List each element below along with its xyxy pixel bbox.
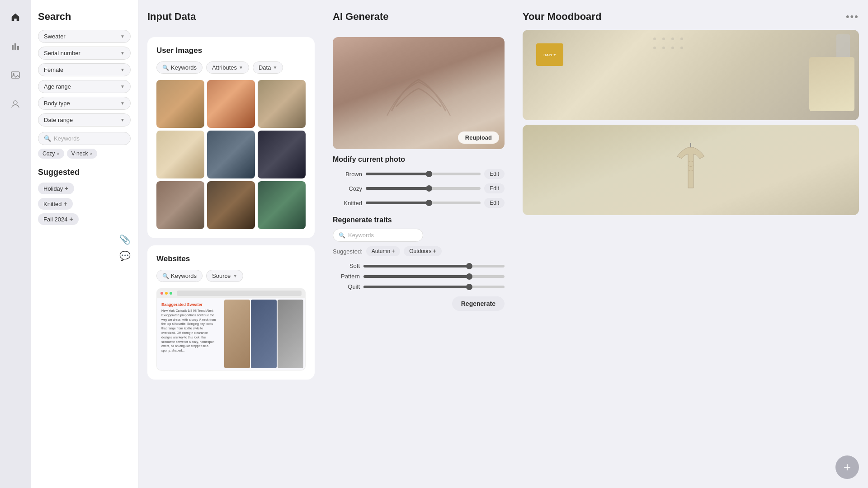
- keywords-filter-btn[interactable]: 🔍 Keywords: [156, 61, 203, 74]
- vneck-tag[interactable]: V-neck ×: [67, 149, 97, 159]
- websites-card: Websites 🔍 Keywords Source ▼ Exaggerated…: [147, 245, 315, 380]
- chevron-down-icon: ▼: [233, 273, 237, 278]
- user-images-filter-bar: 🔍 Keywords Attributes ▼ Data ▼: [156, 61, 306, 74]
- knitted-suggested[interactable]: Knitted +: [38, 198, 73, 210]
- knitted-edit-button[interactable]: Edit: [484, 198, 505, 208]
- add-to-moodboard-button[interactable]: +: [835, 455, 859, 479]
- attributes-filter-btn[interactable]: Attributes ▼: [206, 61, 249, 74]
- reupload-button[interactable]: Reupload: [458, 131, 499, 144]
- moodboard-panel: Your Moodboard ••• HAPPY: [514, 0, 868, 488]
- data-filter-btn[interactable]: Data ▼: [253, 61, 283, 74]
- home-icon[interactable]: [7, 9, 24, 25]
- pattern-label: Pattern: [333, 273, 360, 280]
- cozy-tag[interactable]: Cozy ×: [38, 149, 64, 159]
- moodboard-image-sweater[interactable]: [523, 125, 859, 215]
- websites-keywords-btn[interactable]: 🔍 Keywords: [156, 270, 203, 282]
- table-row[interactable]: [156, 131, 204, 178]
- image-icon[interactable]: [7, 67, 24, 83]
- browser-nav: [157, 289, 305, 298]
- table-row[interactable]: [258, 80, 306, 128]
- svg-point-9: [653, 47, 656, 49]
- regenerate-keywords-input[interactable]: 🔍 Keywords: [333, 229, 423, 242]
- knitted-slider[interactable]: [366, 202, 481, 204]
- ai-generate-panel: AI Generate Reupload Modify current phot…: [324, 0, 514, 488]
- holiday-suggested[interactable]: Holiday +: [38, 183, 74, 194]
- more-options-button[interactable]: •••: [846, 11, 859, 23]
- knitted-slider-thumb[interactable]: [426, 200, 432, 206]
- brown-slider[interactable]: [366, 173, 481, 175]
- brown-slider-thumb[interactable]: [426, 171, 432, 177]
- quilt-fill: [363, 286, 469, 288]
- ai-generate-title: AI Generate: [333, 11, 389, 23]
- chevron-down-icon: ▼: [120, 84, 125, 89]
- nav-dot-red: [160, 292, 163, 295]
- cozy-edit-button[interactable]: Edit: [484, 183, 505, 193]
- remove-vneck-icon[interactable]: ×: [90, 151, 92, 156]
- pattern-slider-row: Pattern: [333, 273, 505, 280]
- female-filter[interactable]: Female ▼: [38, 63, 131, 76]
- websites-filter-bar: 🔍 Keywords Source ▼: [156, 270, 306, 282]
- table-row[interactable]: [156, 80, 204, 128]
- regenerate-sliders: Soft Pattern Quilt: [333, 263, 505, 290]
- attachment-icon[interactable]: 📎: [119, 234, 131, 245]
- chevron-down-icon: ▼: [120, 34, 125, 39]
- chevron-down-icon: ▼: [120, 67, 125, 72]
- quilt-slider[interactable]: [363, 286, 505, 288]
- outdoors-suggestion[interactable]: Outdoors +: [404, 246, 441, 256]
- date-filter[interactable]: Date range ▼: [38, 113, 131, 127]
- moodboard-image-shelf[interactable]: HAPPY: [523, 30, 859, 120]
- soft-thumb[interactable]: [466, 263, 472, 269]
- regenerate-section: Regenerate traits 🔍 Keywords Suggested: …: [333, 216, 505, 311]
- svg-rect-0: [12, 45, 14, 50]
- website-preview: Exaggerated Sweater New York Catwalk 9/8…: [156, 288, 306, 371]
- quilt-label: Quilt: [333, 283, 360, 290]
- table-row[interactable]: [156, 181, 204, 229]
- plus-icon: +: [69, 216, 73, 223]
- website-image[interactable]: [224, 300, 250, 368]
- soft-slider[interactable]: [363, 265, 505, 267]
- table-row[interactable]: [258, 181, 306, 229]
- suggested-label: Suggested:: [333, 248, 363, 255]
- serial-filter[interactable]: Serial number ▼: [38, 47, 131, 60]
- quilt-thumb[interactable]: [466, 284, 472, 290]
- chevron-down-icon: ▼: [120, 117, 125, 122]
- table-row[interactable]: [258, 131, 306, 178]
- cozy-trait-label: Cozy: [333, 185, 362, 192]
- user-images-grid: [156, 80, 306, 229]
- quilt-slider-row: Quilt: [333, 283, 505, 290]
- website-image[interactable]: [251, 300, 277, 368]
- pattern-fill: [363, 275, 469, 278]
- search-title: Search: [38, 11, 131, 23]
- sweater-filter[interactable]: Sweater ▼: [38, 30, 131, 43]
- cozy-slider-thumb[interactable]: [426, 185, 432, 192]
- regenerate-title: Regenerate traits: [333, 216, 505, 224]
- chevron-down-icon: ▼: [120, 51, 125, 56]
- brown-edit-button[interactable]: Edit: [484, 169, 505, 179]
- suggested-section: Suggested Holiday + Knitted + Fall 2024 …: [38, 168, 131, 225]
- remove-cozy-icon[interactable]: ×: [57, 151, 59, 156]
- user-icon[interactable]: [7, 96, 24, 112]
- pattern-slider[interactable]: [363, 275, 505, 278]
- search-keywords-input[interactable]: 🔍 Keywords: [38, 132, 131, 145]
- regenerate-button[interactable]: Regenerate: [452, 296, 505, 311]
- age-filter[interactable]: Age range ▼: [38, 80, 131, 93]
- suggested-tags-list: Holiday + Knitted + Fall 2024 +: [38, 183, 131, 225]
- table-row[interactable]: [207, 181, 255, 229]
- brown-slider-track: [366, 173, 481, 175]
- search-panel: Search Sweater ▼ Serial number ▼ Female …: [31, 0, 138, 488]
- source-filter-btn[interactable]: Source ▼: [206, 270, 243, 282]
- pattern-thumb[interactable]: [466, 273, 472, 280]
- fall2024-suggested[interactable]: Fall 2024 +: [38, 213, 79, 225]
- table-row[interactable]: [207, 80, 255, 128]
- table-row[interactable]: [207, 131, 255, 178]
- body-filter[interactable]: Body type ▼: [38, 97, 131, 110]
- chart-icon[interactable]: [7, 38, 24, 54]
- sweater-filter-row: Sweater ▼: [38, 30, 131, 43]
- knitted-trait-row: Knitted Edit: [333, 198, 505, 208]
- websites-title: Websites: [156, 254, 306, 263]
- comment-icon[interactable]: 💬: [119, 250, 131, 261]
- cozy-slider[interactable]: [366, 187, 481, 190]
- website-image[interactable]: [278, 300, 303, 368]
- autumn-suggestion[interactable]: Autumn +: [366, 246, 400, 256]
- url-bar[interactable]: [177, 291, 302, 296]
